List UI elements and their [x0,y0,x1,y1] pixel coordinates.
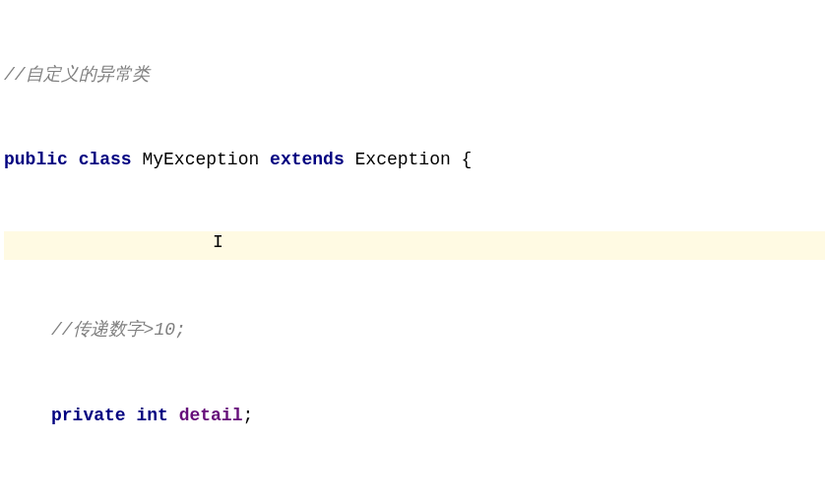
code-line-highlighted[interactable]: I [4,231,825,260]
code-line[interactable]: private int detail; [4,402,825,430]
semicolon: ; [242,406,253,425]
field-name: detail [179,406,243,425]
code-line[interactable]: //传递数字>10; [4,316,825,345]
comment-text: //自定义的异常类 [4,65,150,85]
keyword-public: public [4,150,68,169]
text-caret-icon: I [213,228,223,257]
code-editor[interactable]: //自定义的异常类 public class MyException exten… [0,0,825,504]
class-name: MyException [142,150,259,169]
keyword-extends: extends [270,150,345,169]
code-line[interactable]: //自定义的异常类 [4,61,825,90]
comment-text: //传递数字>10; [51,320,186,340]
parent-class: Exception [355,150,451,169]
keyword-class: class [79,150,132,169]
brace: { [462,150,473,169]
keyword-private: private [51,406,126,425]
keyword-int: int [136,406,167,425]
code-line-empty[interactable] [4,487,825,504]
code-line[interactable]: public class MyException extends Excepti… [4,146,825,174]
